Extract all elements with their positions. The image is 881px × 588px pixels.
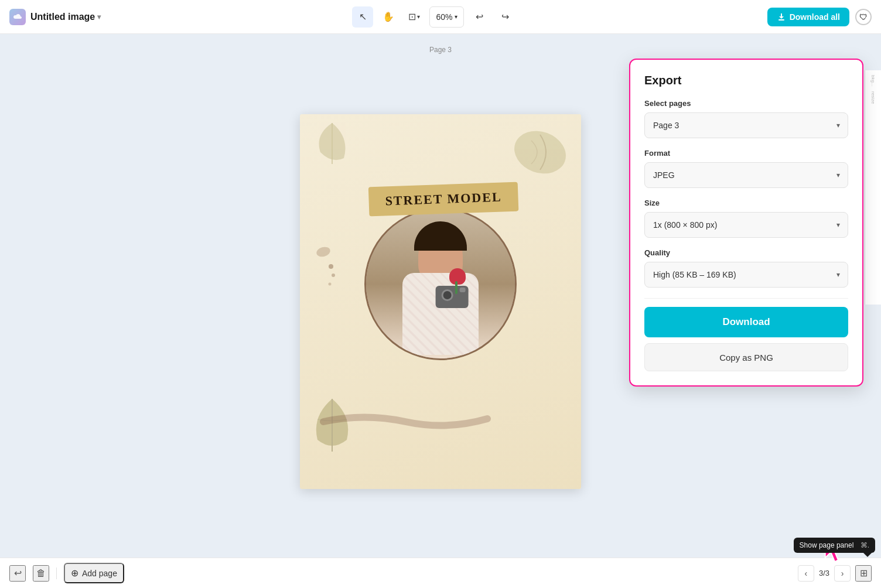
export-panel-title: Export [644, 74, 848, 87]
rose [448, 268, 467, 295]
frame-dropdown-icon: ▾ [417, 13, 420, 20]
frame-icon: ⊡ [408, 11, 416, 22]
design-title-banner: STREET MODEL [368, 182, 519, 217]
download-all-button[interactable]: Download all [767, 8, 849, 26]
body [402, 273, 479, 355]
project-title-text: Untitled image [30, 12, 95, 22]
hair [414, 221, 467, 251]
export-select-pages-section: Select pages Page 3 All pages Page 1 Pag… [644, 99, 848, 138]
project-title[interactable]: Untitled image ▾ [30, 12, 101, 22]
quality-wrapper: High (85 KB – 169 KB) Low (< 50 KB) Medi… [644, 262, 848, 288]
export-panel: Export Select pages Page 3 All pages Pag… [629, 59, 863, 387]
toolbar: Untitled image ▾ ↖ ✋ ⊡ ▾ 60% ▾ ↩ ↪ Downl… [0, 0, 881, 34]
add-page-button[interactable]: ⊕ Add page [64, 563, 124, 583]
page-label: Page 3 [429, 46, 452, 54]
download-icon [777, 12, 786, 22]
svg-point-3 [332, 274, 335, 277]
prev-page-button[interactable]: ‹ [798, 565, 814, 582]
hand-tool-button[interactable]: ✋ [378, 6, 399, 28]
svg-point-5 [315, 245, 331, 258]
select-pages-label: Select pages [644, 99, 848, 108]
export-divider [644, 298, 848, 299]
paint-splotch [315, 243, 332, 263]
zoom-label: 60% [436, 12, 452, 22]
export-format-section: Format JPEG PNG PDF SVG GIF ▾ [644, 149, 848, 188]
add-page-icon: ⊕ [71, 568, 78, 579]
copy-png-button[interactable]: Copy as PNG [644, 343, 848, 371]
format-dropdown[interactable]: JPEG PNG PDF SVG GIF [644, 162, 848, 188]
brush-stroke [317, 407, 493, 430]
zoom-button[interactable]: 60% ▾ [429, 6, 464, 28]
select-pages-wrapper: Page 3 All pages Page 1 Page 2 ▾ [644, 112, 848, 138]
svg-point-2 [329, 264, 333, 269]
download-all-label: Download all [790, 12, 840, 22]
portrait-circle [364, 208, 517, 360]
size-wrapper: 1x (800 × 800 px) 0.5x (400 × 400 px) 2x… [644, 212, 848, 238]
toolbar-center: ↖ ✋ ⊡ ▾ 60% ▾ ↩ ↪ [101, 6, 767, 28]
size-label: Size [644, 199, 848, 207]
toolbar-right: Download all 🛡 [767, 8, 872, 26]
resize-hint: resize [870, 91, 876, 104]
toolbar-left: Untitled image ▾ [9, 9, 101, 25]
leaf-decoration-top-left [312, 120, 353, 169]
bottom-bar-left: ↩ 🗑 ⊕ Add page [9, 563, 124, 583]
quality-dropdown[interactable]: High (85 KB – 169 KB) Low (< 50 KB) Medi… [644, 262, 848, 288]
next-page-button[interactable]: › [834, 565, 851, 582]
right-panel-hints: bkg... resize [865, 70, 881, 305]
copy-png-label: Copy as PNG [719, 353, 773, 363]
tooltip-shortcut: ⌘. [860, 541, 869, 549]
canvas-preview: STREET MODEL [300, 114, 581, 489]
svg-point-1 [508, 124, 572, 181]
show-page-panel-tooltip: Show page panel ⌘. [794, 538, 875, 553]
page-counter: 3/3 [819, 569, 829, 577]
format-wrapper: JPEG PNG PDF SVG GIF ▾ [644, 162, 848, 188]
svg-point-4 [329, 283, 332, 286]
format-label: Format [644, 149, 848, 158]
show-page-panel-button[interactable]: ⊞ [855, 565, 872, 582]
back-button[interactable]: ↩ [9, 565, 26, 582]
select-tool-button[interactable]: ↖ [352, 6, 373, 28]
redo-button[interactable]: ↪ [494, 6, 515, 28]
portrait-placeholder [366, 210, 515, 358]
download-label: Download [722, 316, 770, 327]
export-size-section: Size 1x (800 × 800 px) 0.5x (400 × 400 p… [644, 199, 848, 238]
dots-decor [326, 261, 338, 292]
export-quality-section: Quality High (85 KB – 169 KB) Low (< 50 … [644, 248, 848, 288]
shield-button[interactable]: 🛡 [855, 9, 872, 25]
bg-hint: bkg... [870, 75, 876, 87]
delete-button[interactable]: 🗑 [33, 565, 49, 582]
cloud-icon [9, 9, 26, 25]
tooltip-text: Show page panel [800, 541, 854, 549]
frame-tool-button[interactable]: ⊡ ▾ [404, 6, 425, 28]
leaf-decoration-top [508, 123, 572, 184]
undo-button[interactable]: ↩ [469, 6, 490, 28]
size-dropdown[interactable]: 1x (800 × 800 px) 0.5x (400 × 400 px) 2x… [644, 212, 848, 238]
bottom-bar: ↩ 🗑 ⊕ Add page ‹ 3/3 › ⊞ [0, 558, 881, 588]
design-title-text: STREET MODEL [385, 190, 502, 208]
select-pages-dropdown[interactable]: Page 3 All pages Page 1 Page 2 [644, 112, 848, 138]
download-button[interactable]: Download [644, 307, 848, 337]
zoom-dropdown-icon: ▾ [455, 13, 457, 20]
quality-label: Quality [644, 248, 848, 257]
svg-rect-0 [778, 19, 784, 20]
bottom-bar-right: ‹ 3/3 › ⊞ [798, 565, 872, 582]
bottom-separator [56, 568, 57, 579]
add-page-label: Add page [82, 569, 117, 578]
